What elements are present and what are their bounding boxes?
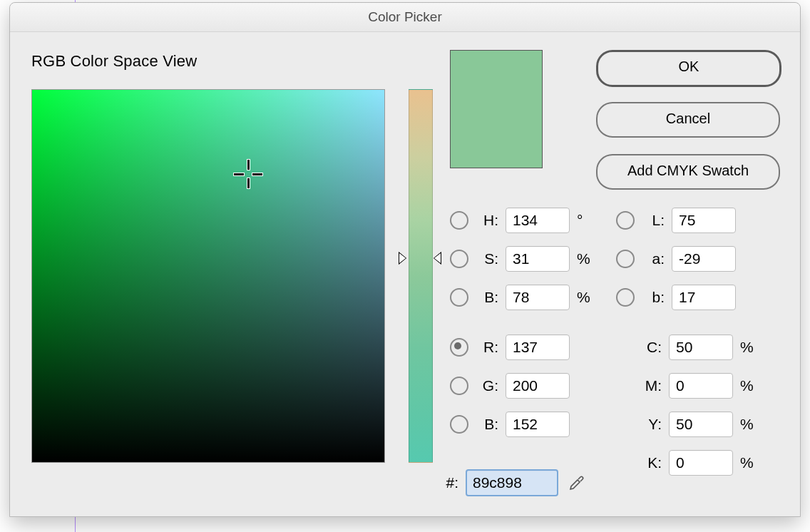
row-y: Y: % — [637, 411, 754, 437]
radio-s[interactable] — [450, 250, 468, 268]
unit-y: % — [740, 416, 754, 433]
row-k: K: % — [637, 450, 754, 476]
current-color-swatch — [450, 50, 543, 168]
label-m: M: — [637, 377, 662, 394]
input-s[interactable] — [506, 246, 570, 272]
row-hex: #: — [441, 470, 585, 496]
ok-button[interactable]: OK — [596, 50, 781, 87]
input-hex[interactable] — [466, 469, 558, 496]
unit-k: % — [740, 454, 754, 471]
unit-b-hsb: % — [577, 289, 590, 306]
input-a[interactable] — [672, 246, 736, 272]
input-y[interactable] — [669, 411, 733, 437]
input-k[interactable] — [669, 450, 733, 476]
radio-b-rgb[interactable] — [450, 415, 468, 434]
row-b-rgb: B: — [450, 411, 570, 437]
label-r: R: — [477, 339, 498, 356]
label-k: K: — [637, 454, 662, 471]
input-b-lab[interactable] — [672, 285, 736, 310]
row-m: M: % — [637, 373, 754, 399]
color-spectrum-slider[interactable] — [409, 89, 433, 463]
input-r[interactable] — [506, 334, 570, 360]
radio-h[interactable] — [450, 211, 468, 230]
label-h: H: — [477, 212, 498, 229]
label-s: S: — [477, 250, 498, 267]
input-h[interactable] — [506, 208, 570, 233]
label-c: C: — [637, 339, 662, 356]
row-s: S: % — [450, 246, 590, 272]
unit-m: % — [740, 377, 754, 394]
unit-h: ° — [577, 212, 583, 229]
input-g[interactable] — [506, 373, 570, 399]
input-b-rgb[interactable] — [506, 411, 570, 437]
dialog-body: RGB Color Space View OK Cancel Add CMYK … — [10, 32, 800, 85]
unit-c: % — [740, 339, 754, 356]
input-m[interactable] — [669, 373, 733, 399]
radio-b-lab[interactable] — [616, 288, 635, 307]
label-b-hsb: B: — [477, 289, 498, 306]
input-c[interactable] — [669, 334, 733, 360]
color-field[interactable] — [31, 89, 385, 463]
label-hex: #: — [441, 474, 458, 491]
row-b-hsb: B: % — [450, 285, 590, 310]
radio-l[interactable] — [616, 211, 635, 230]
radio-a[interactable] — [616, 250, 635, 268]
crosshair-icon — [234, 160, 262, 188]
label-a: a: — [643, 250, 665, 267]
radio-b-hsb[interactable] — [450, 288, 468, 307]
label-l: L: — [643, 212, 665, 229]
cancel-button[interactable]: Cancel — [596, 102, 780, 138]
label-b-rgb: B: — [477, 416, 498, 433]
row-h: H: ° — [450, 208, 583, 233]
eyedropper-icon[interactable] — [568, 474, 585, 491]
add-cmyk-swatch-button[interactable]: Add CMYK Swatch — [596, 154, 780, 190]
color-picker-dialog: Color Picker RGB Color Space View OK Can… — [9, 2, 801, 517]
radio-r[interactable] — [450, 338, 468, 357]
label-b-lab: b: — [643, 289, 665, 306]
row-g: G: — [450, 373, 570, 399]
row-a: a: — [616, 246, 736, 272]
radio-g[interactable] — [450, 377, 468, 395]
input-l[interactable] — [672, 208, 736, 233]
label-y: Y: — [637, 416, 662, 433]
unit-s: % — [577, 250, 590, 267]
input-b-hsb[interactable] — [506, 285, 570, 310]
window-title[interactable]: Color Picker — [10, 3, 800, 32]
row-b-lab: b: — [616, 285, 736, 310]
label-g: G: — [477, 377, 498, 394]
row-c: C: % — [637, 334, 754, 360]
row-l: L: — [616, 208, 736, 233]
row-r: R: — [450, 334, 570, 360]
